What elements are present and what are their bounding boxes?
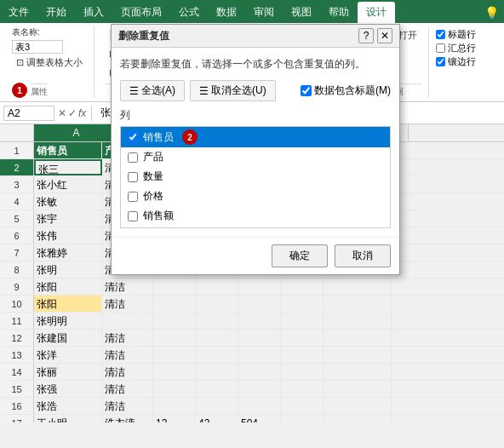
cell-g11[interactable] <box>324 313 392 329</box>
check-product[interactable] <box>128 152 138 163</box>
cell-f13[interactable] <box>281 347 324 363</box>
cell-a11[interactable]: 张明明 <box>34 313 102 329</box>
tab-insert[interactable]: 插入 <box>75 2 112 23</box>
deselect-all-btn[interactable]: ☰ 取消全选(U) <box>190 80 276 101</box>
tab-design[interactable]: 设计 <box>358 2 395 23</box>
cell-g10[interactable] <box>324 296 392 312</box>
cell-a7[interactable]: 张雅婷 <box>34 244 102 261</box>
cell-e17[interactable]: 504 <box>238 415 281 422</box>
cell-c12[interactable] <box>153 330 196 346</box>
cell-d17[interactable]: 42 <box>196 415 238 422</box>
cell-a9[interactable]: 张阳 <box>34 279 102 295</box>
confirm-formula-icon[interactable]: ✓ <box>68 107 77 119</box>
cell-d14[interactable] <box>196 364 238 380</box>
cell-d15[interactable] <box>196 381 238 397</box>
cell-c15[interactable] <box>153 381 196 397</box>
insert-function-icon[interactable]: fx <box>78 107 86 119</box>
cell-c13[interactable] <box>153 347 196 363</box>
cell-g9[interactable] <box>324 279 392 295</box>
cell-a6[interactable]: 张伟 <box>34 227 102 244</box>
tab-file[interactable]: 文件 <box>0 2 37 23</box>
cell-a15[interactable]: 张强 <box>34 381 102 397</box>
tab-pagelayout[interactable]: 页面布局 <box>112 2 170 23</box>
table-name-input[interactable] <box>12 40 63 54</box>
cell-c17[interactable]: 12 <box>153 415 196 422</box>
cell-b15[interactable]: 清洁 <box>102 381 153 397</box>
cell-f15[interactable] <box>281 381 324 397</box>
cell-a17[interactable]: 王小明 <box>34 415 102 422</box>
check-banded-rows[interactable]: 镶边行 <box>436 55 476 68</box>
list-item-product[interactable]: 产品 <box>121 147 390 167</box>
cancel-button[interactable]: 取消 <box>335 244 391 267</box>
cell-c10[interactable] <box>153 296 196 312</box>
cell-e15[interactable] <box>238 381 281 397</box>
cell-g13[interactable] <box>324 347 392 363</box>
cell-reference-input[interactable] <box>3 106 54 121</box>
cell-e10[interactable] <box>238 296 281 312</box>
cell-d11[interactable] <box>196 313 238 329</box>
cell-a13[interactable]: 张洋 <box>34 347 102 363</box>
dialog-question-btn[interactable]: ? <box>358 28 374 43</box>
tab-data[interactable]: 数据 <box>208 2 245 23</box>
cell-g16[interactable] <box>324 398 392 414</box>
has-header-checkbox[interactable] <box>301 85 312 96</box>
cell-e9[interactable] <box>238 279 281 295</box>
cell-b9[interactable]: 清洁 <box>102 279 153 295</box>
cell-e14[interactable] <box>238 364 281 380</box>
check-header-row[interactable]: 标题行 <box>436 28 476 41</box>
cell-e13[interactable] <box>238 347 281 363</box>
check-total-row[interactable]: 汇总行 <box>436 42 476 55</box>
cell-e11[interactable] <box>238 313 281 329</box>
cell-f10[interactable] <box>281 296 324 312</box>
cell-d13[interactable] <box>196 347 238 363</box>
cell-e12[interactable] <box>238 330 281 346</box>
cell-a1[interactable]: 销售员 <box>34 142 102 158</box>
cell-d16[interactable] <box>196 398 238 414</box>
cell-c9[interactable] <box>153 279 196 295</box>
cell-c11[interactable] <box>153 313 196 329</box>
cell-d9[interactable] <box>196 279 238 295</box>
tab-formula[interactable]: 公式 <box>170 2 208 23</box>
cell-b16[interactable]: 清洁 <box>102 398 153 414</box>
select-all-btn[interactable]: ☰ 全选(A) <box>120 80 185 101</box>
dialog-close-btn[interactable]: ✕ <box>377 28 392 43</box>
cell-b14[interactable]: 清洁 <box>102 364 153 380</box>
cell-b10[interactable]: 清洁 <box>102 296 153 312</box>
cell-b13[interactable]: 清洁 <box>102 347 153 363</box>
cell-g15[interactable] <box>324 381 392 397</box>
tab-view[interactable]: 视图 <box>283 2 320 23</box>
cell-d10[interactable] <box>196 296 238 312</box>
cell-g12[interactable] <box>324 330 392 346</box>
cell-a10[interactable]: 张阳 <box>34 296 102 312</box>
cell-a3[interactable]: 张小红 <box>34 176 102 192</box>
tab-start[interactable]: 开始 <box>37 2 75 23</box>
cell-a14[interactable]: 张丽 <box>34 364 102 380</box>
has-header-check[interactable]: 数据包含标题(M) <box>301 83 391 98</box>
cell-b17[interactable]: 洗衣液 <box>102 415 153 422</box>
column-list[interactable]: 销售员 2 产品 数量 价格 销售额 <box>120 126 391 228</box>
check-price[interactable] <box>128 192 138 202</box>
cell-g17[interactable] <box>324 415 392 422</box>
cell-c14[interactable] <box>153 364 196 380</box>
cell-f14[interactable] <box>281 364 324 380</box>
ok-button[interactable]: 确定 <box>272 244 328 267</box>
cell-f11[interactable] <box>281 313 324 329</box>
cell-f9[interactable] <box>281 279 324 295</box>
check-quantity[interactable] <box>128 172 138 182</box>
list-item-price[interactable]: 价格 <box>121 187 390 206</box>
tab-help[interactable]: 帮助 <box>320 2 358 23</box>
cell-f12[interactable] <box>281 330 324 346</box>
remove-duplicates-dialog[interactable]: 删除重复值 ? ✕ 若要删除重复值，请选择一个或多个包含重复值的列。 ☰ 全选(… <box>111 24 400 275</box>
cell-a2[interactable]: 张三 <box>34 159 102 175</box>
tab-review[interactable]: 审阅 <box>245 2 283 23</box>
cell-a12[interactable]: 张建国 <box>34 330 102 346</box>
cell-c16[interactable] <box>153 398 196 414</box>
cell-f17[interactable] <box>281 415 324 422</box>
cell-a16[interactable]: 张浩 <box>34 398 102 414</box>
list-item-sales[interactable]: 销售额 <box>121 206 390 226</box>
check-salesperson[interactable] <box>128 132 138 142</box>
list-item-salesperson[interactable]: 销售员 2 <box>121 127 390 147</box>
check-sales[interactable] <box>128 211 138 221</box>
cell-a5[interactable]: 张宇 <box>34 210 102 227</box>
cell-g14[interactable] <box>324 364 392 380</box>
